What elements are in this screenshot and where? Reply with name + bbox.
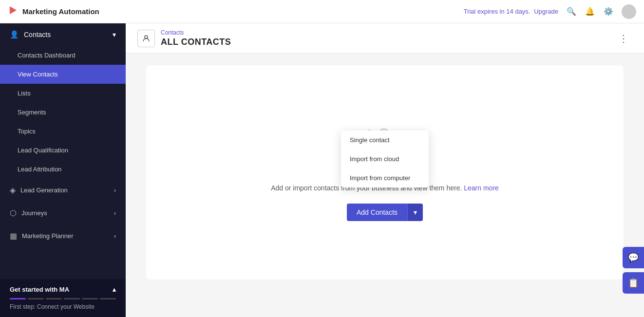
get-started-label: Get started with MA [10, 286, 69, 293]
topbar-right: Trial expires in 14 days. Upgrade 🔍 🔔 ⚙️ [464, 4, 636, 19]
contacts-chevron-icon: ▾ [113, 31, 116, 38]
lead-gen-label: Lead Generation [20, 186, 68, 194]
page-header-icon [137, 30, 155, 47]
contacts-section-header[interactable]: 👤 Contacts ▾ [0, 23, 126, 46]
page-title: ALL CONTACTS [161, 37, 231, 47]
progress-bar-4 [64, 298, 80, 299]
trial-text: Trial expires in 14 days. Upgrade [464, 8, 558, 15]
progress-bars [10, 298, 116, 299]
page-header: Contacts ALL CONTACTS ⋮ [126, 23, 644, 54]
contacts-section-icon: 👤 [10, 30, 19, 39]
add-contacts-main-button[interactable]: Add Contacts [347, 204, 407, 221]
app-logo-icon [8, 5, 19, 18]
sidebar-nav-lead-generation[interactable]: ◈ Lead Generation › [0, 179, 126, 202]
marketing-planner-icon: ▦ [10, 231, 17, 241]
content-area: Add or import contacts from your busines… [126, 54, 644, 317]
get-started-chevron-icon: ▴ [113, 286, 116, 293]
more-options-icon[interactable]: ⋮ [615, 31, 632, 46]
get-started-header[interactable]: Get started with MA ▴ [10, 286, 116, 293]
progress-bar-6 [100, 298, 116, 299]
sidebar-item-topics[interactable]: Topics [0, 122, 126, 141]
upgrade-link[interactable]: Upgrade [534, 8, 558, 15]
sidebar-item-lead-attribution[interactable]: Lead Attribution [0, 160, 126, 179]
sidebar-item-contacts-dashboard[interactable]: Contacts Dashboard [0, 46, 126, 65]
app-title: Marketing Automation [22, 7, 99, 16]
marketing-planner-label: Marketing Planner [22, 232, 74, 240]
feedback-icon[interactable]: 📋 [623, 272, 644, 294]
trial-message: Trial expires in 14 days. [464, 8, 530, 15]
sidebar-item-view-contacts[interactable]: View Contacts [0, 65, 126, 84]
lead-gen-chevron-icon: › [114, 186, 116, 194]
progress-bar-3 [46, 298, 62, 299]
contacts-section-label: Contacts [24, 31, 51, 38]
marketing-planner-chevron-icon: › [114, 232, 116, 240]
progress-bar-1 [10, 298, 26, 299]
empty-state-card: Add or import contacts from your busines… [146, 65, 624, 280]
svg-point-2 [145, 36, 148, 38]
first-step-text: First step: Connect your Website [10, 303, 116, 310]
journeys-chevron-icon: › [114, 209, 116, 217]
notifications-icon[interactable]: 🔔 [585, 6, 595, 17]
topbar-left: Marketing Automation [8, 5, 99, 18]
chat-icon[interactable]: 💬 [623, 247, 644, 268]
progress-bar-5 [82, 298, 98, 299]
add-contacts-chevron-button[interactable]: ▾ [407, 204, 423, 221]
search-icon[interactable]: 🔍 [566, 6, 577, 17]
sidebar-item-lists[interactable]: Lists [0, 84, 126, 103]
journeys-label: Journeys [21, 209, 47, 217]
dropdown-single-contact[interactable]: Single contact [341, 131, 429, 149]
journeys-icon: ⬡ [10, 208, 17, 218]
topbar: Marketing Automation Trial expires in 14… [0, 0, 644, 23]
sidebar: 👤 Contacts ▾ Contacts Dashboard View Con… [0, 23, 126, 317]
sidebar-item-segments[interactable]: Segments [0, 103, 126, 122]
sidebar-item-lead-qualification[interactable]: Lead Qualification [0, 141, 126, 160]
sidebar-nav-marketing-planner[interactable]: ▦ Marketing Planner › [0, 224, 126, 247]
sidebar-nav-journeys[interactable]: ⬡ Journeys › [0, 202, 126, 224]
get-started-section: Get started with MA ▴ First step: Connec… [0, 279, 126, 317]
add-contacts-button: Add Contacts ▾ [347, 204, 423, 221]
progress-bar-2 [28, 298, 44, 299]
settings-icon[interactable]: ⚙️ [603, 6, 614, 17]
main-content: Contacts ALL CONTACTS ⋮ [126, 23, 644, 317]
layout: 👤 Contacts ▾ Contacts Dashboard View Con… [0, 0, 644, 317]
add-contacts-dropdown: Single contact Import from cloud Import … [341, 131, 429, 187]
learn-more-link[interactable]: Learn more [464, 184, 499, 192]
dropdown-import-cloud[interactable]: Import from cloud [341, 149, 429, 168]
add-contacts-container: Single contact Import from cloud Import … [347, 204, 423, 221]
user-avatar[interactable] [622, 4, 636, 19]
lead-gen-icon: ◈ [10, 186, 16, 195]
breadcrumb[interactable]: Contacts [161, 29, 231, 36]
dropdown-import-computer[interactable]: Import from computer [341, 168, 429, 187]
